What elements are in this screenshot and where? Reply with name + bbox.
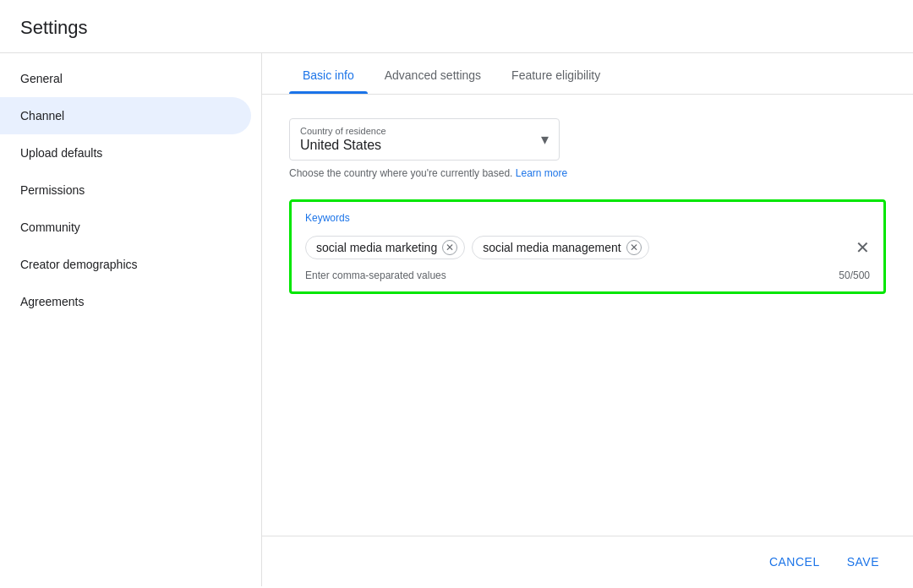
page-title: Settings [20, 17, 893, 39]
cancel-button[interactable]: CANCEL [756, 548, 834, 575]
keywords-clear-button[interactable]: ✕ [856, 239, 870, 256]
bottom-bar: CANCEL SAVE [262, 536, 913, 586]
save-button[interactable]: SAVE [834, 548, 893, 575]
country-help-text: Choose the country where you're currentl… [289, 167, 886, 179]
keyword-chip-text-1: social media management [483, 241, 621, 254]
main-content: Basic info Advanced settings Feature eli… [262, 53, 913, 586]
tab-basic-info[interactable]: Basic info [289, 53, 368, 94]
tab-advanced-settings[interactable]: Advanced settings [371, 53, 495, 94]
country-select-value: United States [300, 138, 549, 153]
keywords-label: Keywords [305, 212, 870, 224]
layout: General Channel Upload defaults Permissi… [0, 53, 913, 586]
keywords-char-count: 50/500 [839, 270, 870, 281]
keywords-section: Keywords social media marketing ✕ social… [289, 199, 886, 294]
sidebar-item-general[interactable]: General [0, 60, 251, 97]
tab-feature-eligibility[interactable]: Feature eligibility [498, 53, 614, 94]
sidebar-item-upload-defaults[interactable]: Upload defaults [0, 134, 251, 172]
sidebar: General Channel Upload defaults Permissi… [0, 53, 262, 586]
learn-more-link[interactable]: Learn more [516, 167, 567, 179]
keyword-chip-1: social media management ✕ [472, 236, 648, 259]
sidebar-item-creator-demographics[interactable]: Creator demographics [0, 246, 251, 283]
keyword-chip-remove-1[interactable]: ✕ [626, 240, 642, 255]
sidebar-item-agreements[interactable]: Agreements [0, 283, 251, 320]
keywords-chips-row: social media marketing ✕ social media ma… [305, 232, 870, 263]
sidebar-item-community[interactable]: Community [0, 209, 251, 246]
chevron-down-icon: ▾ [541, 130, 549, 149]
page-header: Settings [0, 0, 913, 53]
country-select-label: Country of residence [300, 126, 549, 136]
sidebar-item-channel[interactable]: Channel [0, 97, 251, 134]
content-area: Country of residence United States ▾ Cho… [262, 95, 913, 318]
sidebar-item-permissions[interactable]: Permissions [0, 172, 251, 209]
keywords-hint: Enter comma-separated values [305, 270, 446, 281]
keywords-footer: Enter comma-separated values 50/500 [305, 270, 870, 281]
keyword-chip-0: social media marketing ✕ [305, 236, 465, 259]
keyword-chip-remove-0[interactable]: ✕ [442, 240, 457, 255]
country-select[interactable]: Country of residence United States ▾ [289, 118, 560, 161]
keyword-chip-text-0: social media marketing [316, 241, 437, 254]
tabs-bar: Basic info Advanced settings Feature eli… [262, 53, 913, 95]
